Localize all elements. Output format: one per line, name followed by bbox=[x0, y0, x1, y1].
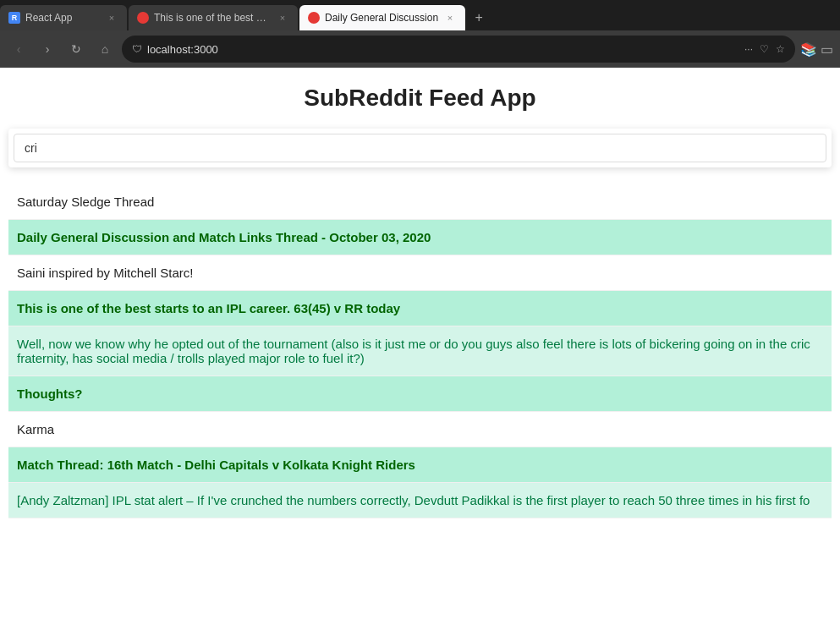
toolbar: ‹ › ↻ ⌂ 🛡 localhost:3000 ··· ♡ ☆ 📚 ▭ bbox=[0, 30, 840, 68]
feed-item[interactable]: Match Thread: 16th Match - Delhi Capital… bbox=[8, 447, 832, 483]
star-icon[interactable]: ☆ bbox=[776, 43, 785, 55]
tab-daily-discussion-title: Daily General Discussion bbox=[325, 12, 438, 24]
feed-item[interactable]: Saturday Sledge Thread bbox=[8, 184, 832, 220]
feed-item-text: Thoughts? bbox=[17, 387, 82, 401]
library-icon[interactable]: 📚 bbox=[800, 41, 817, 58]
tab-daily-discussion-close[interactable]: × bbox=[443, 11, 457, 25]
tab-react-app[interactable]: R React App × bbox=[0, 5, 127, 30]
feed-item[interactable]: Karma bbox=[8, 412, 832, 447]
search-bar-wrapper bbox=[8, 129, 832, 167]
search-input[interactable] bbox=[14, 134, 826, 162]
more-icon[interactable]: ··· bbox=[744, 43, 753, 55]
feed-item-text: Match Thread: 16th Match - Delhi Capital… bbox=[17, 458, 415, 472]
new-tab-button[interactable]: + bbox=[467, 6, 491, 30]
tab-best-st[interactable]: This is one of the best st... × bbox=[129, 5, 298, 30]
sidebar-icon[interactable]: ▭ bbox=[821, 41, 833, 58]
feed-item[interactable]: Thoughts? bbox=[8, 376, 832, 412]
back-button[interactable]: ‹ bbox=[7, 37, 30, 61]
bookmark-heart-icon[interactable]: ♡ bbox=[760, 43, 769, 55]
tab-best-st-close[interactable]: × bbox=[276, 11, 289, 25]
tab-react-app-title: React App bbox=[25, 12, 72, 24]
tab-react-app-close[interactable]: × bbox=[105, 11, 118, 25]
feed-item[interactable]: Well, now we know why he opted out of th… bbox=[8, 326, 832, 376]
tab-bar: R React App × This is one of the best st… bbox=[0, 0, 840, 30]
tab-daily-discussion[interactable]: Daily General Discussion × bbox=[299, 5, 465, 30]
feed-item-text: Saturday Sledge Thread bbox=[17, 195, 154, 209]
feed-item-text: Daily General Discussion and Match Links… bbox=[17, 230, 431, 244]
feed-item[interactable]: This is one of the best starts to an IPL… bbox=[8, 291, 832, 326]
shield-icon: 🛡 bbox=[132, 43, 142, 55]
feed-list: Saturday Sledge Thread Daily General Dis… bbox=[8, 184, 832, 518]
feed-item[interactable]: Daily General Discussion and Match Links… bbox=[8, 220, 832, 255]
feed-item[interactable]: [Andy Zaltzman] IPL stat alert – If I've… bbox=[8, 483, 832, 518]
browser-window: R React App × This is one of the best st… bbox=[0, 0, 840, 636]
page-title: SubReddit Feed App bbox=[8, 85, 832, 112]
address-bar[interactable]: 🛡 localhost:3000 ··· ♡ ☆ bbox=[122, 36, 795, 63]
refresh-button[interactable]: ↻ bbox=[64, 37, 88, 61]
page-content: SubReddit Feed App Saturday Sledge Threa… bbox=[0, 68, 840, 636]
feed-item-text: Karma bbox=[17, 422, 54, 436]
address-bar-icons: ··· ♡ ☆ bbox=[744, 43, 785, 55]
feed-item[interactable]: Saini inspired by Mitchell Starc! bbox=[8, 255, 832, 291]
url-display: localhost:3000 bbox=[147, 43, 739, 56]
tab-best-st-title: This is one of the best st... bbox=[154, 12, 271, 24]
feed-item-text: [Andy Zaltzman] IPL stat alert – If I've… bbox=[17, 493, 810, 507]
home-button[interactable]: ⌂ bbox=[93, 37, 117, 61]
forward-button[interactable]: › bbox=[36, 37, 59, 61]
feed-item-text: Saini inspired by Mitchell Starc! bbox=[17, 266, 193, 280]
feed-item-text: Well, now we know why he opted out of th… bbox=[17, 337, 810, 365]
feed-item-text: This is one of the best starts to an IPL… bbox=[17, 301, 400, 315]
toolbar-right: 📚 ▭ bbox=[800, 41, 833, 58]
